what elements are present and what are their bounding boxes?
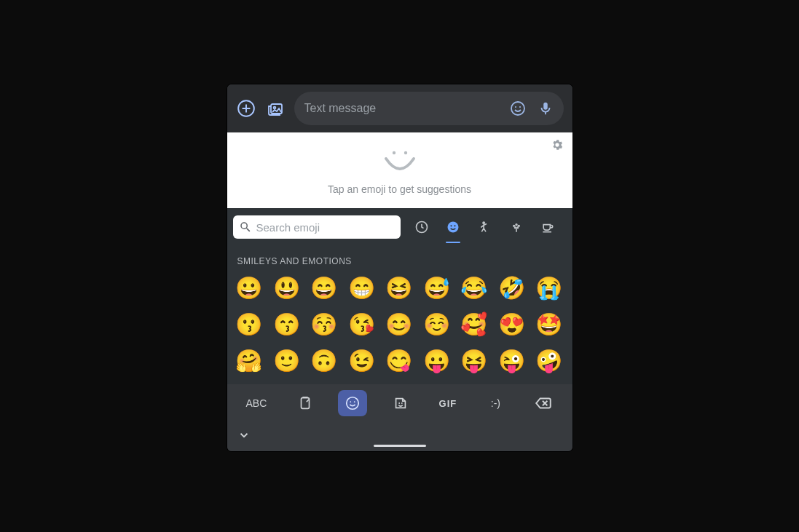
svg-point-7	[519, 106, 521, 108]
emoji-cell[interactable]: 😊	[385, 310, 414, 339]
plus-circle-icon	[237, 99, 256, 118]
mic-icon	[538, 100, 554, 116]
smiley-icon	[446, 220, 460, 234]
svg-point-6	[515, 106, 516, 108]
category-animals[interactable]	[505, 213, 528, 242]
emoji-cell[interactable]: 🙂	[272, 346, 301, 376]
svg-point-26	[401, 402, 402, 404]
emoji-cell[interactable]: 🧐	[535, 383, 564, 384]
svg-point-15	[515, 223, 517, 226]
emoji-cell[interactable]: 😭	[535, 274, 564, 303]
emoji-cell[interactable]: 😁	[347, 274, 376, 303]
message-input-pill	[294, 92, 564, 125]
search-box	[233, 215, 401, 239]
backspace-button[interactable]	[528, 390, 559, 416]
message-input[interactable]	[304, 102, 501, 115]
category-recent[interactable]	[410, 213, 433, 242]
smile-placeholder-icon	[383, 148, 417, 176]
emoji-cell[interactable]: 😀	[235, 274, 264, 303]
suggestions-prompt: Tap an emoji to get suggestions	[235, 183, 565, 195]
message-compose-row	[227, 84, 572, 132]
emoji-cell[interactable]: 😝	[460, 346, 489, 376]
smiley-icon	[345, 395, 361, 411]
emoji-cell[interactable]: 🤨	[497, 383, 526, 384]
section-label: SMILEYS AND EMOTIONS	[227, 246, 572, 271]
emoji-cell[interactable]: 😜	[497, 346, 526, 376]
voice-button[interactable]	[535, 98, 556, 119]
emoji-cell[interactable]: 😚	[310, 310, 339, 339]
gear-icon	[551, 138, 564, 151]
emoji-cell[interactable]: 😘	[347, 310, 376, 339]
svg-point-25	[398, 402, 400, 404]
clipboard-icon	[297, 395, 313, 411]
emoji-cell[interactable]: 😄	[310, 274, 339, 303]
sticker-button[interactable]	[386, 390, 415, 416]
emoji-cell[interactable]: 😑	[347, 383, 376, 384]
emoji-cell[interactable]: 😛	[422, 346, 451, 376]
emoji-toolbar	[227, 208, 572, 246]
chevron-down-icon	[237, 429, 251, 442]
emoji-cell[interactable]: 🤐	[422, 383, 451, 384]
emoji-cell[interactable]: 🙃	[310, 346, 339, 376]
svg-rect-21	[302, 398, 310, 409]
clipboard-button[interactable]	[291, 390, 320, 416]
gallery-icon	[267, 100, 284, 117]
svg-point-12	[451, 225, 452, 226]
emoji-cell[interactable]: 😉	[347, 346, 376, 376]
search-icon	[239, 221, 252, 234]
emoji-cell[interactable]: 🤗	[235, 346, 264, 376]
abc-button[interactable]: ABC	[240, 390, 273, 416]
emoji-cell[interactable]: 😗	[235, 310, 264, 339]
emoticon-button[interactable]: :-)	[481, 390, 510, 416]
emoji-cell[interactable]: 😂	[460, 274, 489, 303]
svg-point-4	[273, 107, 275, 109]
gesture-handle[interactable]	[374, 445, 426, 447]
settings-button[interactable]	[551, 138, 564, 154]
svg-point-5	[511, 102, 524, 115]
emoji-mode-button[interactable]	[338, 390, 367, 416]
category-tabs	[404, 213, 567, 242]
emoji-cell[interactable]: 🥰	[460, 310, 489, 339]
emoji-cell[interactable]: 😐	[310, 383, 339, 384]
svg-point-8	[392, 151, 395, 154]
collapse-keyboard-button[interactable]	[237, 429, 251, 445]
gif-button[interactable]: GIF	[433, 390, 463, 416]
emoji-cell[interactable]: 😙	[272, 310, 301, 339]
emoji-grid: 😀😃😄😁😆😅😂🤣😭😗😙😚😘😊☺️🥰😍🤩🤗🙂🙃😉😋😛😝😜🤪🤭🤫😐😑😶🤐🤔🤨🧐	[235, 274, 565, 384]
emoji-cell[interactable]: 😆	[385, 274, 414, 303]
category-people[interactable]	[473, 213, 496, 242]
svg-point-14	[483, 221, 486, 224]
emoji-cell[interactable]: 🤭	[235, 383, 264, 384]
flower-icon	[509, 220, 524, 234]
emoji-cell[interactable]: 😍	[497, 310, 526, 339]
emoji-toggle-button[interactable]	[507, 98, 529, 119]
svg-point-24	[354, 401, 355, 402]
svg-point-11	[448, 222, 459, 233]
smiley-icon	[509, 100, 527, 117]
emoji-cell[interactable]: 😶	[385, 383, 414, 384]
suggestions-panel: Tap an emoji to get suggestions	[227, 132, 572, 208]
coffee-icon	[540, 220, 555, 234]
add-button[interactable]	[236, 98, 256, 119]
svg-point-13	[454, 225, 456, 226]
sticker-icon	[393, 395, 409, 411]
emoji-cell[interactable]: 😃	[272, 274, 301, 303]
emoji-cell[interactable]: 😅	[422, 274, 451, 303]
category-food[interactable]	[536, 213, 559, 242]
backspace-icon	[534, 394, 553, 413]
emoji-search-input[interactable]	[256, 221, 395, 234]
keyboard-panel: Tap an emoji to get suggestions	[227, 84, 572, 451]
keyboard-mode-bar: ABC GIF :-)	[227, 384, 572, 422]
emoji-cell[interactable]: 😋	[385, 346, 414, 376]
svg-point-23	[350, 401, 352, 402]
emoji-cell[interactable]: 🤪	[535, 346, 564, 376]
emoji-cell[interactable]: 🤣	[497, 274, 526, 303]
emoji-cell[interactable]: ☺️	[422, 310, 451, 339]
emoji-cell[interactable]: 🤩	[535, 310, 564, 339]
category-smileys[interactable]	[441, 213, 465, 242]
clock-icon	[414, 220, 429, 234]
emoji-cell[interactable]: 🤫	[272, 383, 301, 384]
gallery-button[interactable]	[265, 98, 286, 119]
emoji-grid-scroll[interactable]: 😀😃😄😁😆😅😂🤣😭😗😙😚😘😊☺️🥰😍🤩🤗🙂🙃😉😋😛😝😜🤪🤭🤫😐😑😶🤐🤔🤨🧐	[227, 271, 572, 384]
emoji-cell[interactable]: 🤔	[460, 383, 489, 384]
